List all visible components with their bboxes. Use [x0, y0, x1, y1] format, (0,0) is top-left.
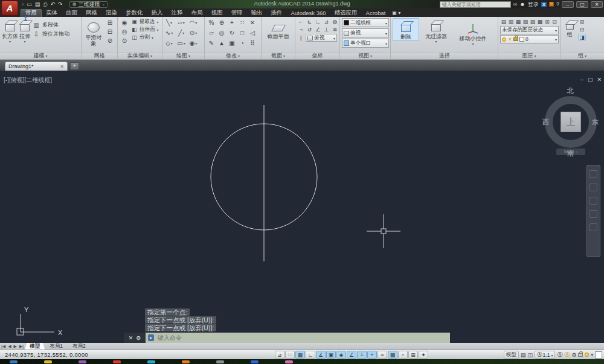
layer-dropdown[interactable]: ☀ 0: [500, 35, 559, 43]
erase-button[interactable]: 删除: [393, 18, 419, 41]
layer-match-icon[interactable]: ▥: [507, 18, 515, 25]
taskbar-app-icon[interactable]: [44, 360, 52, 363]
annotation-scale-button[interactable]: Ⓐ 1:1: [535, 351, 555, 359]
isolate-objects-icon[interactable]: [585, 353, 589, 357]
command-input-area[interactable]: ▸: [146, 333, 450, 343]
dynamic-input-toggle[interactable]: +: [367, 351, 377, 359]
nav-pan-icon[interactable]: [590, 184, 597, 191]
command-input[interactable]: [156, 334, 448, 342]
panel-modeling-title[interactable]: 建模: [0, 52, 81, 59]
panel-view-title[interactable]: 视图: [340, 52, 390, 59]
exchange-apps-icon[interactable]: X: [541, 2, 547, 7]
mirror-icon[interactable]: ▲: [217, 39, 226, 47]
layer-properties-icon[interactable]: ▤: [500, 18, 507, 25]
ucs-face-icon[interactable]: ¬: [297, 26, 305, 33]
rotate-icon[interactable]: ⊕: [217, 18, 226, 27]
object-snap-toggle[interactable]: ▣: [326, 351, 336, 359]
box-button[interactable]: 长方体: [2, 18, 18, 43]
model-space-button[interactable]: 模型: [504, 351, 519, 359]
tab-featured-apps[interactable]: 精选应用: [330, 9, 362, 17]
move-icon[interactable]: %: [207, 18, 216, 27]
workspace-switcher[interactable]: ⚙ 三维建模: [69, 1, 108, 8]
layout2-tab[interactable]: 布局2: [68, 343, 91, 350]
workspace-gear-icon[interactable]: ⚙: [571, 352, 576, 358]
viewport-config-dropdown[interactable]: 单个视口: [342, 39, 389, 48]
taskbar-app-icon[interactable]: [10, 360, 18, 363]
separate-button[interactable]: ◫ 分割: [130, 34, 159, 41]
taskbar-app-icon[interactable]: [147, 360, 155, 363]
panel-group-title[interactable]: 组: [561, 52, 604, 59]
scale-icon[interactable]: □: [237, 28, 247, 37]
grid-toggle[interactable]: ▦: [295, 351, 305, 359]
view-orientation-dropdown[interactable]: 俯视: [342, 28, 389, 37]
panel-coords-title[interactable]: 坐标: [295, 52, 339, 59]
file-tab-close-icon[interactable]: ✕: [60, 64, 64, 69]
ucs-view-icon[interactable]: ⊥: [323, 26, 330, 33]
taskbar-app-icon[interactable]: [113, 360, 121, 363]
arc-icon[interactable]: ◠: [188, 18, 198, 27]
layer-unisolate-icon[interactable]: ▨: [529, 18, 536, 25]
selection-cycling-toggle[interactable]: ⊞: [408, 351, 418, 359]
layout-nav-first-icon[interactable]: |◀: [0, 344, 7, 349]
taskbar-app-icon[interactable]: [182, 360, 190, 363]
tab-parametric[interactable]: 参数化: [121, 9, 147, 17]
tab-plugins[interactable]: 插件: [267, 9, 287, 17]
layer-isolate-icon[interactable]: ▧: [522, 18, 529, 25]
layer-freeze-icon[interactable]: ▩: [536, 18, 544, 25]
tab-manage[interactable]: 管理: [227, 9, 247, 17]
presspull-button[interactable]: ⇩ 按住并拖动: [31, 30, 69, 38]
save-icon[interactable]: ▤: [35, 1, 40, 7]
clean-screen-button[interactable]: [595, 351, 602, 359]
object-snap-tracking-toggle[interactable]: ∠: [347, 351, 356, 359]
viewcube-east-label[interactable]: 东: [592, 118, 599, 127]
plot-icon[interactable]: ⎙: [43, 1, 47, 7]
layer-lock-icon[interactable]: ⊟: [551, 18, 558, 25]
tab-surface[interactable]: 曲面: [62, 9, 82, 17]
viewcube-north-label[interactable]: 北: [567, 86, 574, 95]
tab-overflow-icon[interactable]: ▣ ▾: [392, 10, 400, 16]
window-close-button[interactable]: ✕: [591, 1, 603, 8]
polyline-icon[interactable]: ╲: [164, 18, 174, 27]
viewcube-top-face[interactable]: 上: [561, 112, 581, 132]
infer-constraints-toggle[interactable]: ⊿: [275, 351, 284, 359]
spline-icon[interactable]: ∿: [164, 28, 174, 37]
intersect-icon[interactable]: ⊙: [120, 36, 129, 45]
quick-view-icon[interactable]: ◫: [528, 352, 533, 358]
polysolid-button[interactable]: ▥ 多段体: [31, 21, 69, 29]
new-file-icon[interactable]: ▫: [22, 1, 24, 7]
nav-orbit-icon[interactable]: [590, 210, 597, 218]
copy-icon[interactable]: ▱: [207, 28, 216, 37]
panel-layers-title[interactable]: 图层: [498, 52, 560, 59]
polar-tracking-toggle[interactable]: ∡: [316, 351, 326, 359]
ucs-zaxis-icon[interactable]: ∠: [314, 26, 322, 33]
model-tab[interactable]: 模型: [25, 343, 45, 350]
ucs-view-dropdown[interactable]: 俯视: [306, 34, 337, 42]
ucs-3point-icon[interactable]: ≋: [331, 26, 339, 33]
array-icon[interactable]: ∷: [237, 18, 247, 27]
tab-output[interactable]: 输出: [247, 9, 267, 17]
help-button[interactable]: ?: [556, 1, 559, 7]
visual-style-dropdown[interactable]: 二维线框: [342, 18, 389, 27]
ui-lock-icon[interactable]: [578, 353, 583, 357]
file-tab-drawing1[interactable]: Drawing1* ✕: [5, 62, 68, 71]
extrude-button[interactable]: ↥ 拉伸: [19, 18, 30, 43]
nav-zoom-icon[interactable]: [590, 197, 597, 205]
group-select-toggle-icon[interactable]: ◨: [578, 34, 586, 41]
mesh-reduce-icon[interactable]: ⊟: [105, 27, 115, 36]
taskbar-app-icon[interactable]: [285, 360, 293, 363]
stretch-icon[interactable]: ▣: [227, 39, 237, 47]
open-file-icon[interactable]: ▭: [27, 1, 32, 7]
drawing-canvas[interactable]: [-][俯视][二维线框] – ▢ ✕ Y X: [0, 71, 604, 343]
search-binoculars-icon[interactable]: ∞: [513, 1, 517, 7]
section-plane-button[interactable]: 截面平面: [268, 18, 289, 40]
transparency-toggle[interactable]: ▩: [388, 351, 397, 359]
search-input[interactable]: [440, 1, 511, 8]
lineweight-toggle[interactable]: ≡: [378, 351, 387, 359]
union-icon[interactable]: ◉: [120, 18, 129, 27]
pan-move-icon[interactable]: +: [227, 18, 237, 27]
taskbar-app-icon[interactable]: [216, 360, 224, 363]
taskbar-app-icon[interactable]: [251, 360, 259, 363]
viewcube-west-label[interactable]: 西: [542, 118, 549, 127]
window-minimize-button[interactable]: –: [562, 1, 574, 8]
group-button[interactable]: 组: [562, 18, 577, 38]
